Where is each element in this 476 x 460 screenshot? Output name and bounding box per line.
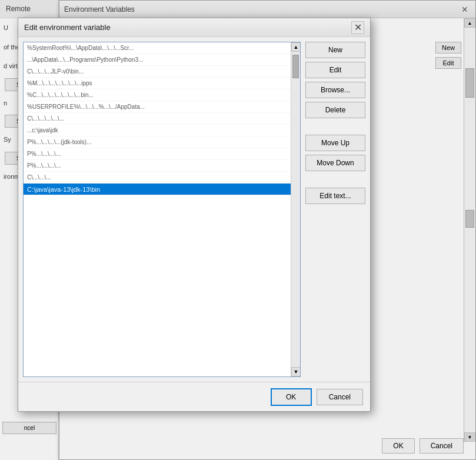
dialog-ok-button[interactable]: OK: [271, 388, 312, 406]
scrollbar-thumb[interactable]: [292, 55, 299, 78]
env-var-list[interactable]: %SystemRoot%\...\AppData\...\...\...Scr.…: [24, 42, 300, 376]
list-item[interactable]: %C...\...\...\...\...\...\...bin...: [24, 89, 300, 101]
edit-env-dialog: Edit environment variable ✕ %SystemRoot%…: [18, 18, 371, 412]
list-item[interactable]: ...\AppData\...\...Programs\Python\Pytho…: [24, 54, 300, 66]
dialog-footer: OK Cancel: [18, 382, 370, 411]
move-down-button[interactable]: Move Down: [305, 155, 365, 171]
list-item[interactable]: C\...\...\...: [24, 172, 300, 184]
list-item[interactable]: %USERPROFILE%\...\...\...%...\.../AppDat…: [24, 101, 300, 113]
scroll-down-arrow[interactable]: ▼: [464, 432, 475, 442]
left-cancel-btn[interactable]: ncel: [2, 422, 56, 434]
list-item[interactable]: C\...\...\...JLP-v0\bin...: [24, 66, 300, 78]
bg-titlebar: Environment Variables ✕: [59, 1, 475, 18]
dialog-close-button[interactable]: ✕: [351, 21, 364, 34]
bg-bottom-buttons: OK Cancel: [382, 438, 464, 454]
edit-text-button[interactable]: Edit text...: [305, 188, 365, 204]
list-item[interactable]: C\...\...\...\...\...: [24, 113, 300, 125]
edit-button[interactable]: Edit: [305, 62, 365, 78]
dialog-action-buttons: New Edit Browse... Delete Move Up Move D…: [301, 42, 365, 377]
move-up-button[interactable]: Move Up: [305, 135, 365, 151]
dialog-titlebar: Edit environment variable ✕: [18, 18, 370, 37]
button-spacer: [305, 122, 365, 131]
scrollbar-track[interactable]: [291, 52, 300, 367]
bg-ok-button[interactable]: OK: [382, 438, 414, 454]
list-scrollbar[interactable]: ▲ ▼: [291, 42, 300, 376]
scroll-up-arrow[interactable]: ▲: [464, 18, 475, 28]
list-item[interactable]: %M...\...\...\...\...\...\...ipps: [24, 78, 300, 89]
browse-button[interactable]: Browse...: [305, 82, 365, 98]
left-bottom-buttons: ncel: [0, 419, 59, 436]
list-item[interactable]: P%...\...\...\...(jdk-tools)...: [24, 136, 300, 148]
delete-button[interactable]: Delete: [305, 102, 365, 118]
button-spacer-2: [305, 175, 365, 184]
list-item[interactable]: P%...\...\...\...: [24, 160, 300, 172]
dialog-title: Edit environment variable: [24, 23, 111, 32]
dialog-body: %SystemRoot%\...\AppData\...\...\...Scr.…: [18, 37, 370, 382]
dialog-cancel-button[interactable]: Cancel: [317, 389, 363, 405]
list-item[interactable]: ...c:\java\jdk: [24, 125, 300, 136]
list-item[interactable]: P%...\...\...\...: [24, 148, 300, 160]
scrollbar-down-arrow[interactable]: ▼: [291, 367, 301, 376]
bg-cancel-button[interactable]: Cancel: [420, 438, 464, 454]
new-button[interactable]: New: [305, 42, 365, 58]
list-item[interactable]: %SystemRoot%\...\AppData\...\...\...Scr.…: [24, 42, 300, 54]
bg-window-title: Environment Variables: [64, 5, 135, 14]
remote-tab[interactable]: Remote: [0, 0, 58, 18]
bg-close-button[interactable]: ✕: [459, 4, 471, 15]
list-item-selected[interactable]: C:\java\java-13\jdk-13\bin: [24, 184, 300, 195]
env-var-list-container: %SystemRoot%\...\AppData\...\...\...Scr.…: [23, 42, 301, 377]
scrollbar-up-arrow[interactable]: ▲: [291, 42, 301, 52]
bg-edit-button[interactable]: Edit: [435, 57, 461, 69]
bg-new-button[interactable]: New: [435, 42, 461, 54]
